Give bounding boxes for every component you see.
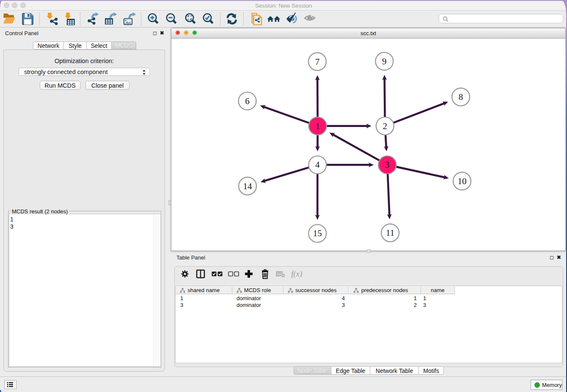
svg-text:14: 14: [243, 181, 253, 191]
svg-text:10: 10: [457, 176, 466, 186]
svg-text:9: 9: [382, 56, 387, 66]
svg-text:1: 1: [315, 121, 320, 131]
svg-text:6: 6: [245, 96, 250, 106]
svg-text:15: 15: [313, 228, 322, 238]
svg-text:3: 3: [385, 160, 390, 170]
svg-text:7: 7: [315, 57, 320, 67]
svg-text:2: 2: [383, 121, 388, 131]
svg-text:8: 8: [459, 92, 463, 102]
svg-text:4: 4: [315, 160, 320, 170]
svg-text:11: 11: [386, 228, 394, 238]
